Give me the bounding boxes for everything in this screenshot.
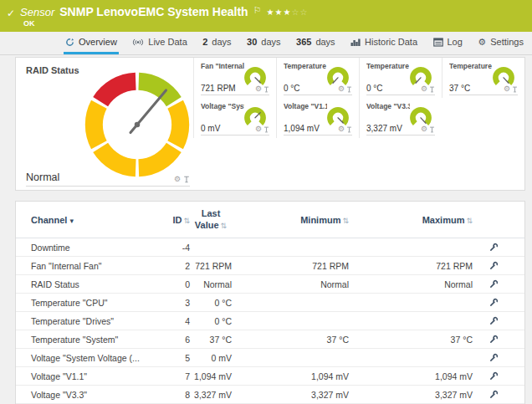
raid-status-gauge[interactable]: RAID Status Normal ⚙ (16, 58, 193, 192)
mini-gauge-title: Temperature "CPU" (284, 62, 327, 70)
sensor-header: ✓ Sensor SNMP LenovoEMC System Health ⚐ … (0, 0, 532, 32)
cell-id: 2 (156, 261, 190, 271)
cell-channel: Temperature "Drives" (31, 316, 156, 326)
cell-minimum: 721 RPM (232, 261, 349, 271)
column-header-maximum[interactable]: Maximum⇅ (349, 215, 473, 225)
ok-check-icon: ✓ (7, 8, 15, 19)
mini-gauge-tile[interactable]: Temperature "CPU"0 °C⚙ (276, 58, 359, 98)
tab-historic-data[interactable]: Historic Data (349, 32, 419, 54)
mini-gauge-tile[interactable]: Temperature "System"37 °C⚙ (442, 58, 524, 98)
mini-gauge-tile[interactable]: Voltage "V3.3"3,327 mV⚙ (359, 98, 442, 138)
mini-gauge-title: Temperature "System" (449, 62, 493, 70)
table-header-row: Channel▾ ID⇅ LastValue⇅ Minimum⇅ Maximum… (16, 202, 524, 238)
mini-gauge-value: 0 °C (366, 84, 383, 93)
gauge-gear-icon[interactable]: ⚙ (174, 176, 181, 183)
mini-gauge-value: 0 °C (284, 84, 300, 93)
tab-live-data[interactable]: Live Data (130, 32, 188, 54)
gauge-gear-icon[interactable]: ⚙ (421, 125, 427, 133)
page-title: SNMP LenovoEMC System Health (59, 5, 248, 18)
gauge-gear-icon[interactable]: ⚙ (504, 85, 510, 93)
mini-gauge-title: Voltage "System Voltage (12... (201, 102, 244, 110)
cell-channel: Temperature "CPU" (31, 298, 156, 308)
mini-gauge-tile[interactable]: Fan "Internal Fan"721 RPM⚙ (193, 58, 276, 98)
cell-last-value: 0 mV (190, 353, 232, 363)
gauge-gear-icon[interactable]: ⚙ (255, 125, 262, 133)
cell-last-value: 3,327 mV (190, 390, 232, 400)
table-body: Downtime-4Fan "Internal Fan"2721 RPM721 … (16, 238, 524, 404)
settings-icon: ⚙ (478, 37, 486, 48)
table-row: RAID Status0NormalNormalNormal (16, 275, 524, 294)
mini-gauge-value: 1,094 mV (284, 124, 320, 133)
rating-stars[interactable]: ★★★☆☆ (267, 8, 309, 17)
column-header-minimum[interactable]: Minimum⇅ (232, 215, 349, 225)
flag-icon[interactable]: ⚐ (253, 5, 262, 16)
cell-id: 0 (156, 279, 190, 289)
live-data-icon (132, 38, 144, 47)
tab-overview[interactable]: Overview (64, 32, 119, 54)
cell-channel: Temperature "System" (31, 335, 156, 345)
sort-icon: ⇅ (342, 217, 349, 225)
table-row: Voltage "V3.3"83,327 mV3,327 mV3,327 mV (16, 386, 524, 404)
cell-maximum: 1,094 mV (349, 371, 473, 381)
cell-id: 4 (156, 316, 190, 326)
tab-30-days[interactable]: 30 days (245, 32, 283, 54)
channel-settings-icon[interactable] (489, 261, 499, 270)
cell-channel: Voltage "V3.3" (31, 390, 156, 400)
gauge-pin-icon[interactable] (429, 126, 435, 133)
gauge-pin-icon[interactable] (346, 86, 352, 93)
column-header-channel[interactable]: Channel▾ (31, 215, 156, 225)
cell-id: 6 (156, 335, 190, 345)
gauge-gear-icon[interactable]: ⚙ (338, 85, 345, 93)
gauge-gear-icon[interactable]: ⚙ (421, 85, 427, 93)
cell-id: 5 (156, 353, 190, 363)
channel-settings-icon[interactable] (489, 353, 499, 362)
gauge-pin-icon[interactable] (263, 126, 269, 133)
sort-icon: ⇅ (221, 222, 228, 230)
object-kind-label: Sensor (20, 6, 54, 18)
tab-2-days[interactable]: 2 days (201, 32, 233, 54)
mini-gauge-value: 0 mV (201, 124, 220, 133)
gauge-pin-icon[interactable] (263, 86, 269, 93)
tab-bar: Overview Live Data 2 days 30 days 365 da… (0, 32, 532, 55)
channel-settings-icon[interactable] (489, 390, 499, 399)
gauge-title: RAID Status (26, 65, 79, 75)
channel-settings-icon[interactable] (489, 298, 499, 307)
channel-settings-icon[interactable] (489, 279, 499, 289)
tab-365-days[interactable]: 365 days (294, 32, 337, 54)
channel-settings-icon[interactable] (489, 335, 499, 344)
channel-settings-icon[interactable] (489, 243, 499, 252)
cell-last-value: 1,094 mV (190, 371, 232, 381)
cell-minimum: 37 °C (232, 335, 349, 345)
tab-log[interactable]: Log (432, 32, 464, 54)
gauge-value: Normal (26, 171, 59, 183)
table-row: Temperature "System"637 °C37 °C37 °C (16, 330, 524, 349)
mini-gauge-tile[interactable]: Voltage "V1.1"1,094 mV⚙ (276, 98, 359, 138)
status-badge: OK (23, 19, 35, 28)
sort-icon: ⇅ (183, 217, 190, 225)
mini-gauge-grid: Fan "Internal Fan"721 RPM⚙Temperature "C… (193, 58, 524, 138)
cell-id: 8 (156, 390, 190, 400)
cell-id: 7 (156, 371, 190, 381)
column-header-id[interactable]: ID⇅ (156, 215, 190, 225)
cell-channel: RAID Status (31, 279, 156, 289)
cell-last-value: 0 °C (190, 298, 232, 308)
overview-icon (65, 38, 74, 47)
mini-gauge-tile[interactable]: Voltage "System Voltage (12...0 mV⚙ (193, 98, 276, 138)
mini-gauge-value: 37 °C (449, 84, 470, 93)
tab-settings[interactable]: ⚙ Settings (476, 32, 525, 54)
gauge-pin-icon[interactable] (183, 176, 190, 183)
cell-maximum: 721 RPM (349, 261, 473, 271)
channel-settings-icon[interactable] (489, 316, 499, 325)
cell-last-value: 721 RPM (190, 261, 232, 271)
cell-maximum: Normal (349, 279, 473, 289)
column-header-last-value[interactable]: LastValue⇅ (190, 208, 232, 230)
gauge-gear-icon[interactable]: ⚙ (338, 125, 345, 133)
gauge-pin-icon[interactable] (429, 86, 435, 93)
gauge-pin-icon[interactable] (512, 86, 518, 93)
mini-gauge-tile[interactable]: Temperature "Drives"0 °C⚙ (359, 58, 442, 98)
gauge-pin-icon[interactable] (346, 126, 352, 133)
sort-icon: ⇅ (466, 217, 473, 225)
gauge-gear-icon[interactable]: ⚙ (255, 85, 262, 93)
cell-channel: Fan "Internal Fan" (31, 261, 156, 271)
channel-settings-icon[interactable] (489, 371, 499, 381)
